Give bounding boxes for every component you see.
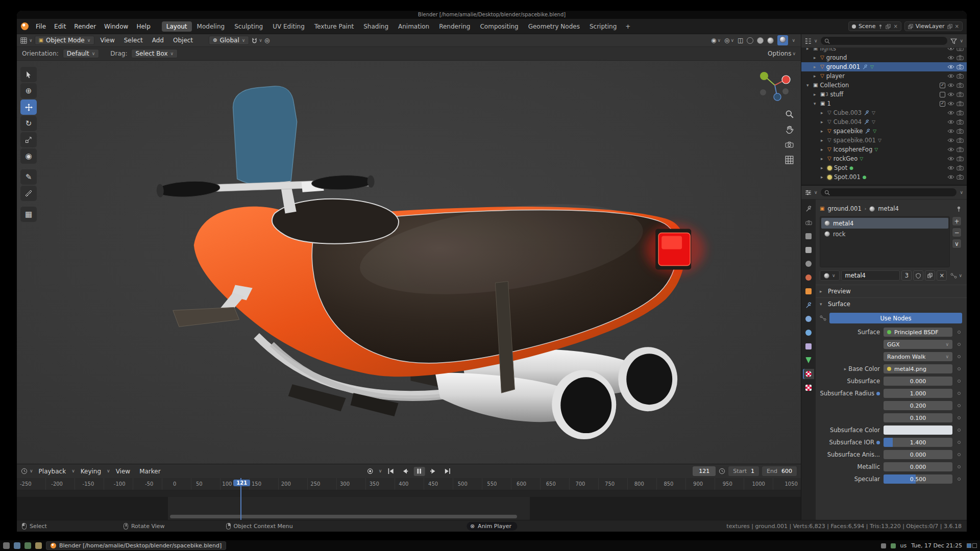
- workspace-tab[interactable]: Modeling: [192, 21, 230, 32]
- expand-icon[interactable]: ▸: [814, 73, 818, 79]
- collapse-icon[interactable]: ▾: [806, 83, 811, 88]
- users-count-button[interactable]: 3: [901, 270, 912, 281]
- camera-visibility-icon[interactable]: [957, 174, 964, 180]
- collection-checkbox[interactable]: ✓: [940, 83, 945, 88]
- sss-method-dropdown[interactable]: Random Walk ∨: [884, 352, 952, 361]
- expand-icon[interactable]: ▸: [821, 138, 825, 143]
- hide-icon[interactable]: [947, 110, 954, 116]
- outliner-row[interactable]: ▸ ▽ Cube.004 ▽: [801, 117, 967, 127]
- camera-visibility-icon[interactable]: [957, 82, 964, 88]
- collapse-icon[interactable]: ▾: [814, 101, 818, 106]
- workspace-tab[interactable]: Scripting: [585, 21, 621, 32]
- timeline-editor-icon[interactable]: [21, 468, 28, 474]
- hide-icon[interactable]: [947, 73, 954, 79]
- tab-texture[interactable]: [803, 383, 814, 393]
- auto-keying-button[interactable]: [364, 467, 376, 476]
- expand-icon[interactable]: ▸: [806, 48, 811, 51]
- copy-icon[interactable]: [886, 24, 891, 29]
- expand-icon[interactable]: ▸: [821, 174, 825, 180]
- material-slot-selected[interactable]: metal4: [821, 218, 948, 229]
- taskbar-launcher-icon[interactable]: [35, 542, 42, 549]
- camera-visibility-icon[interactable]: [957, 110, 964, 116]
- unlink-material-button[interactable]: ×: [937, 270, 947, 281]
- metallic-slider[interactable]: 0.000: [884, 462, 952, 471]
- outliner-editor-icon[interactable]: [805, 38, 812, 44]
- workspace-tab[interactable]: Compositing: [475, 21, 523, 32]
- properties-editor-icon[interactable]: [805, 189, 812, 196]
- select-box-tool[interactable]: [20, 67, 37, 82]
- chevron-down-icon[interactable]: ∨: [30, 469, 33, 473]
- jump-to-end-button[interactable]: [442, 467, 453, 476]
- editor-type-icon[interactable]: [20, 37, 27, 44]
- outliner-search[interactable]: [820, 36, 948, 45]
- animate-decorator[interactable]: [958, 367, 961, 370]
- expand-icon[interactable]: ▸: [814, 92, 818, 97]
- shading-wireframe-button[interactable]: [747, 37, 753, 44]
- tab-tool[interactable]: [803, 204, 814, 214]
- animate-decorator[interactable]: [958, 429, 961, 432]
- outliner-row[interactable]: ▸ ▽ spacebike ▽: [801, 127, 967, 136]
- measure-tool[interactable]: [20, 186, 37, 201]
- transform-orientation-dropdown[interactable]: ⊕ Global ∨: [209, 36, 249, 45]
- zoom-icon[interactable]: [785, 110, 794, 118]
- material-slot-list[interactable]: metal4 rock: [820, 216, 950, 267]
- expand-icon[interactable]: ▸: [821, 147, 825, 152]
- viewport-menu-add[interactable]: Add: [149, 36, 167, 45]
- base-color-field[interactable]: metal4.png: [884, 364, 952, 373]
- transform-tool[interactable]: ◉: [20, 148, 37, 164]
- hide-icon[interactable]: [947, 137, 954, 143]
- current-frame-field[interactable]: 121: [693, 466, 716, 476]
- outliner-row[interactable]: ▸ ▽ Cube.003 ▽: [801, 108, 967, 117]
- outliner-row-selected[interactable]: ▸ ▽ ground.001 ▽: [801, 62, 967, 71]
- window-titlebar[interactable]: Blender [/home/amalie/Desktop/blender/sp…: [17, 11, 967, 19]
- animate-decorator[interactable]: [958, 453, 961, 456]
- outliner-row-collection[interactable]: ▾ ▣ Collection ✓: [801, 81, 967, 90]
- outliner-row[interactable]: ▸ ▽ IcosphereFog ▽: [801, 145, 967, 154]
- viewport-menu-select[interactable]: Select: [120, 36, 146, 45]
- camera-visibility-icon[interactable]: [957, 146, 964, 153]
- outliner-search-input[interactable]: [832, 37, 944, 44]
- menu-help[interactable]: Help: [132, 22, 154, 31]
- viewport-canvas[interactable]: ⊕ ↻ ◉ ✎ ▦: [17, 61, 801, 464]
- anim-player-status[interactable]: ⊗ Anim Player: [467, 522, 517, 531]
- new-material-button[interactable]: [925, 270, 935, 281]
- taskbar-launcher-icon[interactable]: [24, 542, 31, 549]
- hide-icon[interactable]: [947, 101, 954, 107]
- tray-icon[interactable]: [891, 543, 896, 548]
- jump-to-start-button[interactable]: [385, 467, 396, 476]
- outliner-row[interactable]: ▸ ▽ ground: [801, 53, 967, 62]
- scene-selector[interactable]: Scene ×: [848, 21, 901, 31]
- close-icon[interactable]: ⊗: [470, 523, 475, 530]
- unlink-scene-icon[interactable]: ×: [893, 23, 897, 29]
- menu-render[interactable]: Render: [70, 22, 100, 31]
- modifier-wrench-icon[interactable]: [864, 110, 870, 116]
- animate-decorator[interactable]: [958, 380, 961, 383]
- add-workspace-button[interactable]: +: [622, 21, 634, 32]
- expand-icon[interactable]: ▸: [821, 156, 825, 161]
- menu-window[interactable]: Window: [100, 22, 132, 31]
- menu-edit[interactable]: Edit: [50, 22, 70, 31]
- collection-checkbox[interactable]: ✓: [940, 101, 945, 107]
- expand-icon[interactable]: ▸: [821, 129, 825, 134]
- tab-render[interactable]: [803, 217, 814, 228]
- subsurface-slider[interactable]: 0.000: [884, 377, 952, 386]
- chevron-down-icon[interactable]: ∨: [730, 38, 734, 43]
- workspace-tab[interactable]: Texture Paint: [310, 21, 358, 32]
- camera-visibility-icon[interactable]: [957, 64, 964, 70]
- remove-slot-button[interactable]: −: [952, 228, 962, 237]
- subsurface-radius-x-field[interactable]: 1.000: [884, 389, 952, 398]
- toggle-perspective-grid-icon[interactable]: [785, 156, 794, 164]
- workspace-tab[interactable]: Animation: [394, 21, 434, 32]
- hide-icon[interactable]: [947, 156, 954, 162]
- tab-object-data[interactable]: [803, 355, 814, 365]
- surface-panel-header[interactable]: ▾ Surface: [816, 297, 967, 310]
- camera-visibility-icon[interactable]: [957, 156, 964, 162]
- subsurface-radius-y-field[interactable]: 0.200: [884, 401, 952, 410]
- camera-visibility-icon[interactable]: [957, 48, 964, 52]
- tab-world[interactable]: [803, 272, 814, 283]
- use-preview-range-icon[interactable]: [719, 468, 725, 474]
- hide-icon[interactable]: [947, 64, 954, 70]
- animate-decorator[interactable]: [958, 478, 961, 481]
- expand-icon[interactable]: ▸: [821, 110, 825, 115]
- properties-search-input[interactable]: [832, 189, 953, 196]
